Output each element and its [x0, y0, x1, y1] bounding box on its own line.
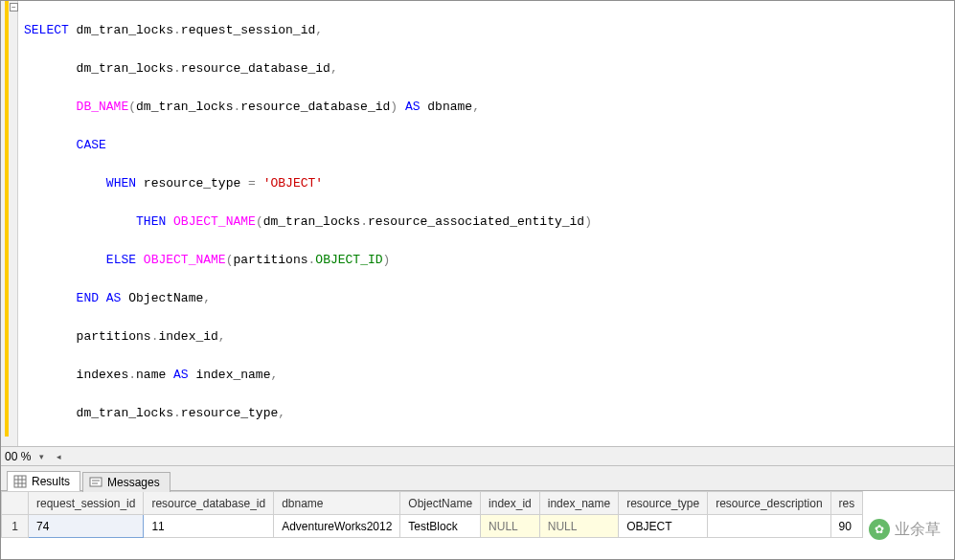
- grid-header-rownum: [2, 492, 29, 515]
- grid-header-row: request_session_id resource_database_id …: [2, 492, 863, 515]
- grid-row-number: 1: [2, 515, 29, 538]
- grid-cell-null[interactable]: NULL: [539, 515, 618, 538]
- grid-header[interactable]: resource_description: [708, 492, 830, 515]
- grid-cell[interactable]: 90: [830, 515, 863, 538]
- grid-cell[interactable]: OBJECT: [619, 515, 708, 538]
- tab-results[interactable]: Results: [7, 471, 80, 491]
- results-tabs: Results Messages: [1, 465, 954, 490]
- svg-rect-0: [14, 476, 26, 487]
- kw-select: SELECT: [24, 23, 69, 37]
- grid-cell[interactable]: AdventureWorks2012: [274, 515, 400, 538]
- grid-row[interactable]: 1 74 11 AdventureWorks2012 TestBlock NUL…: [2, 515, 863, 538]
- tab-messages-label: Messages: [107, 476, 160, 489]
- grid-header[interactable]: ObjectName: [400, 492, 481, 515]
- editor-gutter: −: [1, 1, 18, 446]
- grid-header[interactable]: resource_database_id: [144, 492, 274, 515]
- fold-toggle-icon[interactable]: −: [10, 3, 18, 11]
- code-area[interactable]: SELECT dm_tran_locks.request_session_id,…: [18, 1, 954, 446]
- grid-cell[interactable]: [708, 515, 830, 538]
- results-grid-icon: [13, 475, 27, 488]
- tab-messages[interactable]: Messages: [82, 472, 171, 492]
- results-grid[interactable]: request_session_id resource_database_id …: [1, 490, 954, 559]
- grid-header[interactable]: index_id: [481, 492, 540, 515]
- grid-header[interactable]: resource_type: [619, 492, 708, 515]
- grid-header[interactable]: request_session_id: [29, 492, 144, 515]
- grid-cell[interactable]: 11: [144, 515, 274, 538]
- grid-cell[interactable]: TestBlock: [400, 515, 481, 538]
- tab-results-label: Results: [32, 475, 70, 488]
- grid-cell-null[interactable]: NULL: [481, 515, 540, 538]
- scroll-left-icon[interactable]: ◂: [52, 450, 65, 463]
- grid-cell[interactable]: 74: [29, 515, 144, 538]
- zoom-value[interactable]: 00 %: [5, 450, 31, 463]
- zoom-bar: 00 % ▾ ◂: [1, 446, 954, 465]
- change-marker: [5, 1, 9, 437]
- grid-header[interactable]: dbname: [274, 492, 400, 515]
- sql-editor[interactable]: − SELECT dm_tran_locks.request_session_i…: [1, 1, 954, 446]
- grid-header[interactable]: index_name: [539, 492, 618, 515]
- messages-icon: [89, 476, 102, 489]
- grid-header[interactable]: res: [830, 492, 863, 515]
- svg-rect-5: [90, 478, 102, 486]
- zoom-dropdown-icon[interactable]: ▾: [34, 450, 48, 463]
